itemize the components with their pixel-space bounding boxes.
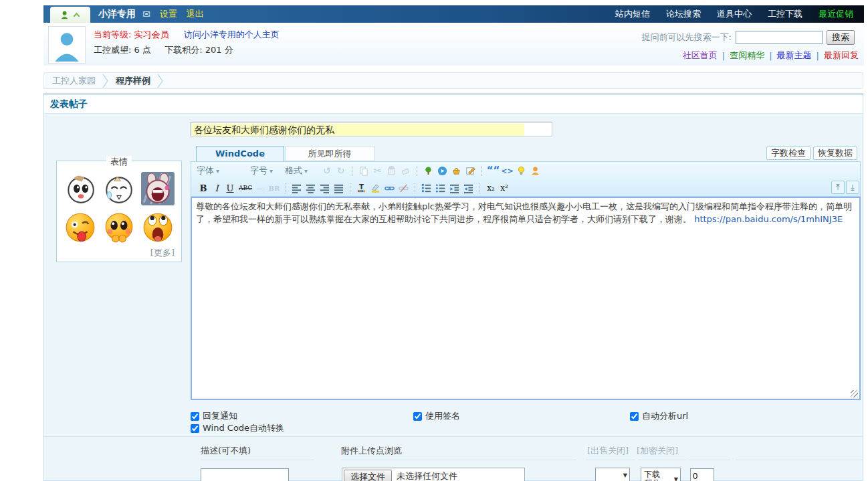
background-color-icon[interactable]	[368, 181, 383, 195]
indent-icon[interactable]	[461, 181, 475, 195]
align-right-icon[interactable]	[318, 181, 332, 195]
at-user-icon[interactable]	[528, 164, 542, 177]
prestige-label: 工控威望:	[94, 45, 131, 55]
word-count-button[interactable]: 字数检查	[766, 147, 810, 160]
checkbox-reply-notice[interactable]: 回复通知	[191, 410, 237, 422]
windcode-convert-checkbox[interactable]	[191, 424, 199, 433]
tab-wysiwyg[interactable]: 所见即所得	[285, 146, 374, 161]
toolbar-separator	[285, 183, 286, 193]
credit-label: 下载积分:	[165, 45, 202, 55]
paste-icon[interactable]	[385, 164, 399, 177]
search-input[interactable]	[736, 31, 823, 44]
align-center-icon[interactable]	[304, 181, 318, 195]
avatar[interactable]	[48, 26, 86, 64]
subscript-icon[interactable]: x₂	[484, 183, 498, 193]
insert-link-icon[interactable]	[383, 181, 397, 195]
username: 小洋专用	[98, 8, 136, 20]
font-family-dropdown[interactable]: 字体▾	[197, 165, 239, 177]
svg-text:T: T	[359, 183, 364, 191]
superscript-icon[interactable]: x²	[498, 183, 511, 193]
nav-download[interactable]: 工控下载	[768, 8, 802, 20]
toolbar-separator	[415, 183, 415, 193]
editor-body-link[interactable]: https://pan.baidu.com/s/1mhINJ3E	[694, 214, 843, 224]
checkbox-windcode-convert[interactable]: Wind Code自动转换	[191, 422, 284, 434]
use-signature-checkbox[interactable]	[413, 412, 422, 421]
settings-link[interactable]: 设置	[160, 8, 177, 20]
link-new-topics[interactable]: 最新主题	[777, 50, 812, 62]
homepage-link[interactable]: 访问小洋专用的个人主页	[184, 29, 280, 39]
insert-media-icon[interactable]	[435, 164, 449, 177]
outdent-icon[interactable]	[447, 181, 461, 195]
unordered-list-icon[interactable]	[433, 181, 447, 195]
auto-url-checkbox[interactable]	[630, 412, 639, 421]
redo-icon[interactable]: ↻	[334, 164, 348, 177]
emoticon-wink-tongue-icon[interactable]	[61, 208, 100, 247]
cut-icon[interactable]: ✂	[370, 164, 385, 177]
code-icon[interactable]: <>	[500, 164, 514, 177]
link-new-replies[interactable]: 最新回复	[824, 50, 859, 62]
emoticon-point-icon[interactable]	[61, 169, 100, 208]
price-input[interactable]	[690, 468, 714, 481]
avatar-silhouette-icon	[50, 28, 84, 62]
file-upload-field[interactable]: 选择文件 未选择任何文件	[342, 468, 525, 481]
prestige-value: 6 点	[134, 45, 151, 55]
message-envelope-icon[interactable]: ✉	[142, 9, 150, 19]
resize-grip[interactable]	[851, 390, 858, 397]
link-community-home[interactable]: 社区首页	[683, 50, 718, 62]
sell-type-select[interactable]: ▼	[595, 468, 630, 481]
editor-expand-button[interactable]: ⤓	[846, 181, 859, 194]
format-dropdown[interactable]: 格式▾	[285, 165, 320, 177]
text-color-icon[interactable]: T	[354, 181, 368, 195]
quote-icon[interactable]: ““	[486, 164, 500, 177]
emoticon-shocked-icon[interactable]	[138, 208, 177, 247]
ordered-list-icon[interactable]	[419, 181, 433, 195]
editor-shrink-button[interactable]: ⤒	[831, 181, 845, 194]
link-digest[interactable]: 查阅精华	[730, 50, 764, 62]
select-arrow-icon: ▼	[623, 472, 627, 478]
line-break-icon[interactable]: BR	[267, 185, 281, 192]
user-info-strip: 当前等级: 实习会员 访问小洋专用的个人主页 工控威望: 6 点 下载积分: 2…	[43, 23, 864, 66]
choose-file-button[interactable]: 选择文件	[344, 470, 392, 481]
tab-windcode[interactable]: WindCode	[196, 146, 284, 161]
description-input[interactable]	[201, 468, 289, 481]
checkbox-use-signature[interactable]: 使用签名	[413, 410, 460, 422]
strikethrough-icon[interactable]: ABC	[237, 185, 254, 191]
basket-icon[interactable]	[449, 164, 463, 177]
nav-site-messages[interactable]: 站内短信	[615, 8, 650, 20]
level-label: 当前等级:	[94, 29, 131, 39]
horizontal-rule-icon[interactable]: —	[254, 183, 267, 193]
insert-table-icon[interactable]	[463, 164, 477, 177]
bold-icon[interactable]: B	[197, 183, 210, 193]
price-type-select[interactable]: 下载积分 ▼	[641, 468, 681, 481]
editor-textarea[interactable]: 尊敬的各位坛友和大师们感谢你们的无私奉献，小弟刚接触plc热爱学习，对电气知识也…	[191, 197, 861, 400]
user-menu-tab[interactable]	[50, 7, 90, 23]
emoticon-legend: 表情	[106, 156, 132, 168]
eraser-icon[interactable]	[399, 164, 413, 177]
post-panel-header	[44, 94, 863, 114]
nav-forum-search[interactable]: 论坛搜索	[666, 8, 701, 20]
italic-icon[interactable]: I	[210, 183, 223, 193]
emoticon-cute-eyes-icon[interactable]	[100, 208, 138, 247]
nav-promotions[interactable]: 最近促销	[819, 8, 853, 20]
copy-icon[interactable]	[356, 164, 370, 177]
breadcrumb-home[interactable]: 工控人家园	[52, 75, 96, 87]
insert-image-icon[interactable]	[421, 164, 435, 177]
emoticon-sweat-icon[interactable]	[100, 169, 138, 208]
underline-icon[interactable]: U	[223, 183, 237, 193]
emoticon-scream-icon[interactable]	[138, 169, 177, 208]
nav-props-center[interactable]: 道具中心	[717, 8, 752, 20]
idea-lamp-icon[interactable]	[514, 164, 528, 177]
search-button[interactable]: 搜索	[827, 30, 855, 45]
font-size-dropdown[interactable]: 字号▾	[250, 165, 285, 177]
post-title-input[interactable]: 各位坛友和大师们感谢你们的无私	[191, 122, 552, 136]
align-justify-icon[interactable]	[332, 181, 346, 195]
align-left-icon[interactable]	[290, 181, 304, 195]
checkbox-auto-url[interactable]: 自动分析url	[630, 410, 688, 422]
undo-icon[interactable]: ↺	[320, 164, 334, 177]
toolbar-separator	[417, 166, 417, 176]
restore-data-button[interactable]: 恢复数据	[813, 147, 857, 160]
logout-link[interactable]: 退出	[187, 8, 204, 20]
remove-link-icon[interactable]	[397, 181, 411, 195]
reply-notice-checkbox[interactable]	[191, 412, 199, 421]
emoticon-more-link[interactable]: [更多]	[150, 247, 175, 259]
